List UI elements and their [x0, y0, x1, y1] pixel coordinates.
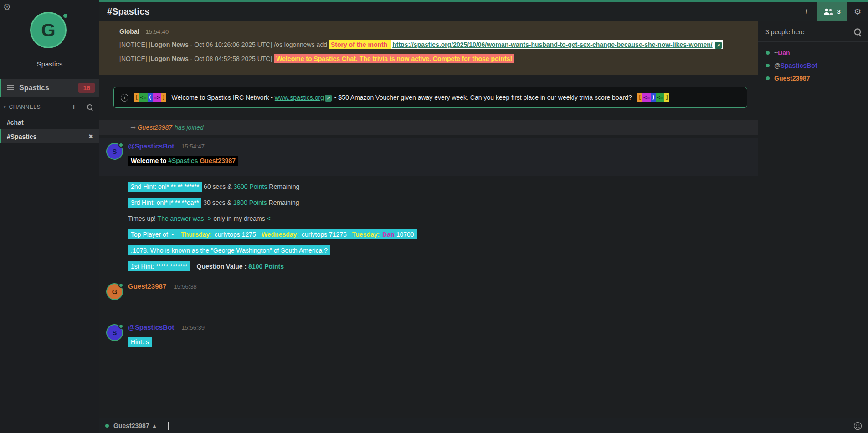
join-action: has joined: [175, 124, 204, 131]
add-channel-icon[interactable]: [72, 105, 76, 109]
message-nick[interactable]: Guest23987: [128, 282, 166, 290]
avatar-letter: S: [112, 329, 117, 336]
user-nick: SpasticsBot: [781, 62, 817, 69]
user-search-icon[interactable]: [854, 28, 861, 36]
timesup-answer-label: The answer was ->: [158, 215, 214, 222]
hint-s-badge: Hint: s: [128, 337, 152, 347]
user-nick: Guest23987: [774, 75, 810, 82]
welcome-message: Welcome to #Spastics Guest23987: [128, 156, 758, 166]
page-title: #Spastics: [99, 2, 796, 21]
question-value-points: 8100 Points: [248, 263, 284, 270]
left-sidebar: ⚙ G Spastics Spastics 16 CHANNELS #chat …: [0, 0, 99, 433]
unread-count-badge: 16: [78, 83, 95, 93]
avatar[interactable]: S: [106, 143, 123, 160]
join-nick[interactable]: Guest23987: [138, 124, 172, 131]
hint3-post: Remaining: [267, 199, 299, 206]
channel-settings-button[interactable]: [847, 2, 868, 21]
hint2-pre: 60 secs &: [202, 183, 233, 190]
notice-text: [NOTICE] [: [119, 41, 150, 48]
tp-tuesday-label: Tuesday:: [352, 231, 380, 238]
motd-banner: i [<=(=>] Welcome to Spastics IRC Networ…: [113, 87, 747, 108]
self-nick-button[interactable]: Guest23987: [113, 422, 149, 429]
avatar[interactable]: S: [106, 324, 123, 341]
website-link[interactable]: www.spastics.org: [275, 94, 324, 101]
main-area: #Spastics 3 Global 1: [99, 0, 868, 433]
emoji-picker-icon[interactable]: [853, 422, 862, 430]
story-highlight: Story of the month: [329, 40, 391, 49]
message-nick[interactable]: @SpasticsBot: [128, 142, 174, 150]
hint1-badge: 1st Hint: ***** *******: [128, 261, 190, 271]
hint-s-line: Hint: s: [128, 337, 758, 347]
avatar[interactable]: G: [106, 283, 123, 300]
notice-time: 15:54:40: [146, 28, 169, 35]
story-link[interactable]: https://spastics.org/2025/10/06/woman-wa…: [391, 40, 714, 49]
motd-text-b: - $50 Amazon Voucher given away every we…: [333, 94, 632, 101]
notice-line-2: [NOTICE] [Logon News - Oct 08 04:52:58 2…: [119, 54, 747, 64]
tp-thursday-label: Thursday:: [181, 231, 212, 238]
close-channel-icon[interactable]: [88, 133, 93, 140]
sidebar-item-chat[interactable]: #chat: [0, 115, 99, 129]
channels-title: CHANNELS: [9, 104, 72, 110]
welcome-channel: #Spastics: [168, 157, 200, 164]
join-arrow-icon: →: [130, 124, 135, 131]
external-link-icon[interactable]: [715, 42, 722, 49]
hint3-pre: 30 secs &: [201, 199, 233, 206]
sidebar-item-spastics[interactable]: #Spastics: [0, 129, 99, 143]
server-list-icon: [7, 85, 14, 91]
color-block: <=: [642, 93, 651, 102]
notice-sender: Global: [119, 28, 139, 35]
avatar-letter: S: [112, 148, 117, 155]
message-nick[interactable]: @SpasticsBot: [128, 323, 174, 331]
welcome-nick: Guest23987: [200, 157, 236, 164]
times-up-line: Times up! The answer was -> only in my d…: [128, 214, 758, 224]
notice-line-1: [NOTICE] [Logon News - Oct 06 10:26:06 2…: [119, 40, 747, 50]
hint2-post: Remaining: [267, 183, 299, 190]
online-dot: [766, 76, 770, 80]
network-status-dot: [62, 12, 69, 19]
user-list-item-dan[interactable]: ~Dan: [758, 46, 868, 59]
user-list-item-spasticsbot[interactable]: @SpasticsBot: [758, 59, 868, 72]
channel-info-button[interactable]: [796, 2, 817, 21]
app-settings-gear-icon[interactable]: ⚙: [3, 2, 11, 12]
message-time: 15:56:38: [174, 283, 197, 290]
message-list[interactable]: Global 15:54:40 [NOTICE] [Logon News - O…: [99, 21, 758, 418]
user-list-panel: 3 people here ~Dan @SpasticsBot Guest239…: [758, 21, 868, 418]
timesup-text: Times up!: [128, 215, 158, 222]
tp-thursday-value: curlytops 1275: [215, 231, 256, 238]
notice-text: [NOTICE] [: [119, 55, 150, 62]
hint3-badge: 3rd Hint: onl* i* ** **ea**: [128, 198, 201, 208]
notice-text: Logon News: [150, 41, 188, 48]
welcome-badge: Welcome to #Spastics Guest23987: [128, 156, 238, 166]
people-here-title: 3 people here: [765, 28, 855, 36]
color-block: [: [637, 93, 642, 102]
timesup-arrow: <-: [267, 215, 273, 222]
message-guest: G Guest23987 15:56:38 ~: [99, 278, 758, 313]
channel-name: #Spastics: [7, 133, 36, 140]
message-time: 15:56:39: [181, 324, 205, 331]
message-input-bar: Guest23987 ▲: [99, 418, 868, 433]
tp-wednesday-label: Wednesday:: [262, 231, 299, 238]
self-status-dot: [105, 424, 109, 428]
join-message: →Guest23987has joined: [99, 120, 758, 135]
timesup-answer: only in my dreams: [213, 215, 267, 222]
user-list-toggle-button[interactable]: 3: [817, 2, 847, 21]
status-dot: [118, 324, 123, 329]
nick-menu-caret-icon[interactable]: ▲: [153, 423, 156, 428]
status-dot: [118, 143, 123, 148]
sidebar-network-row[interactable]: Spastics 16: [0, 79, 99, 97]
color-block: ]: [664, 93, 669, 102]
top-player-line: Top Player of: - Thursday:curlytops 1275…: [128, 230, 758, 239]
user-list-item-guest23987[interactable]: Guest23987: [758, 72, 868, 85]
color-block: =>: [153, 93, 161, 102]
channels-header: CHANNELS: [0, 97, 99, 115]
question-line: .1078. Who is known as the "George Washi…: [128, 246, 758, 255]
network-label: Spastics: [0, 60, 99, 68]
question-value-label: Question Value :: [197, 263, 249, 270]
network-avatar[interactable]: G: [30, 12, 69, 51]
channel-search-icon[interactable]: [87, 104, 93, 110]
user-prefix: ~: [774, 49, 778, 56]
external-link-icon[interactable]: [325, 95, 332, 102]
chevron-down-icon[interactable]: [4, 105, 6, 109]
message-input[interactable]: [169, 418, 853, 433]
hint1-line: 1st Hint: ***** *******Question Value : …: [128, 262, 758, 271]
